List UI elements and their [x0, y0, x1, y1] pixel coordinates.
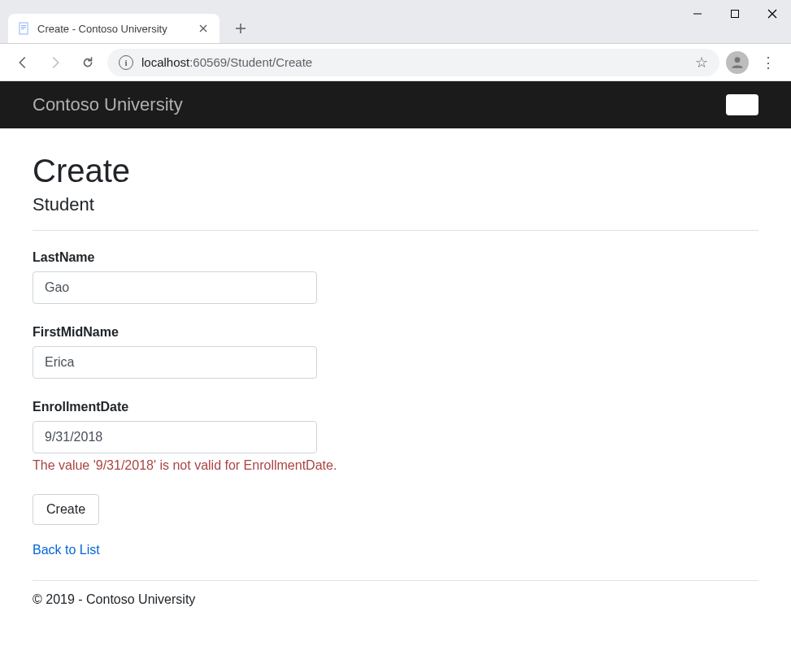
tab-title: Create - Contoso University	[37, 23, 190, 35]
browser-tab[interactable]: Create - Contoso University	[8, 14, 219, 43]
browser-menu-button[interactable]: ⋮	[755, 50, 781, 76]
url-path: :60569/Student/Create	[189, 55, 312, 69]
form-group-firstmidname: FirstMidName	[33, 325, 758, 379]
nav-toggle-button[interactable]	[726, 94, 758, 115]
window-titlebar: Create - Contoso University	[0, 0, 791, 44]
svg-point-12	[735, 57, 741, 63]
enrollmentdate-input[interactable]	[33, 421, 317, 453]
create-button[interactable]: Create	[33, 494, 99, 525]
form-group-lastname: LastName	[33, 250, 758, 304]
page-subtitle: Student	[33, 194, 758, 215]
window-minimize-button[interactable]	[679, 0, 716, 28]
back-button[interactable]	[10, 50, 36, 76]
lastname-input[interactable]	[33, 271, 317, 304]
tab-close-icon[interactable]	[197, 22, 210, 35]
app-navbar: Contoso University	[0, 81, 791, 128]
window-maximize-button[interactable]	[716, 0, 754, 28]
site-info-icon[interactable]: i	[119, 55, 133, 70]
profile-avatar-icon[interactable]	[726, 51, 749, 74]
svg-rect-1	[21, 25, 26, 26]
brand-link[interactable]: Contoso University	[33, 94, 183, 115]
bookmark-star-icon[interactable]: ☆	[695, 54, 708, 72]
lastname-label: LastName	[33, 250, 758, 265]
enrollmentdate-label: EnrollmentDate	[33, 400, 758, 414]
tab-favicon-icon	[18, 22, 31, 35]
window-controls	[679, 0, 791, 28]
forward-button[interactable]	[42, 50, 68, 76]
footer-divider	[33, 580, 758, 581]
form-group-enrollmentdate: EnrollmentDate The value '9/31/2018' is …	[33, 400, 758, 473]
tab-strip: Create - Contoso University	[0, 0, 252, 43]
new-tab-button[interactable]	[229, 17, 252, 40]
svg-rect-3	[21, 28, 24, 29]
main-content: Create Student LastName FirstMidName Enr…	[0, 128, 791, 631]
back-to-list-link[interactable]: Back to List	[33, 543, 100, 557]
address-bar[interactable]: i localhost:60569/Student/Create ☆	[107, 49, 719, 76]
url-host: localhost	[141, 55, 189, 69]
page-title: Create	[33, 153, 758, 189]
firstmidname-input[interactable]	[33, 346, 317, 379]
browser-toolbar: i localhost:60569/Student/Create ☆ ⋮	[0, 44, 791, 81]
reload-button[interactable]	[75, 50, 101, 76]
window-close-button[interactable]	[754, 0, 791, 28]
firstmidname-label: FirstMidName	[33, 325, 758, 340]
svg-rect-2	[21, 27, 26, 28]
svg-rect-9	[732, 11, 739, 18]
divider	[33, 230, 758, 231]
enrollmentdate-error: The value '9/31/2018' is not valid for E…	[33, 458, 758, 473]
url-text: localhost:60569/Student/Create	[141, 55, 687, 69]
footer-text: © 2019 - Contoso University	[33, 592, 758, 607]
